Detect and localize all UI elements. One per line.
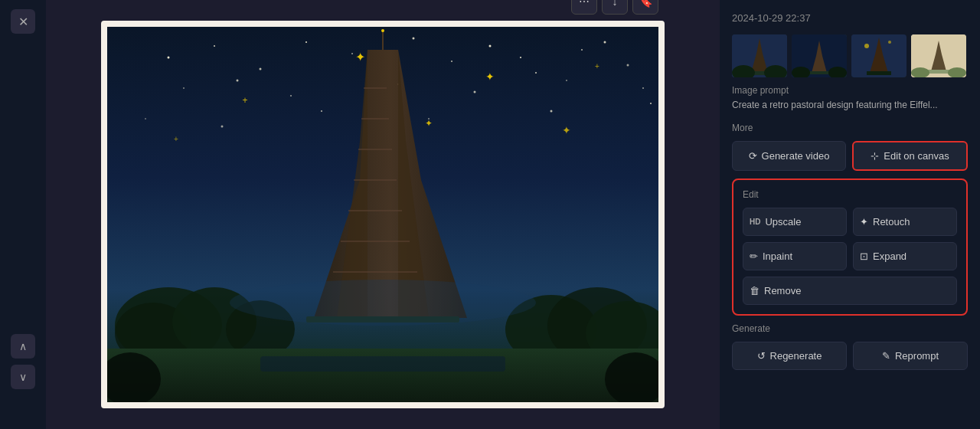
regenerate-label: Regenerate <box>770 350 822 362</box>
thumbnail-1[interactable] <box>732 34 787 77</box>
retouch-icon: ✦ <box>860 216 868 228</box>
right-sidebar: 2024-10-29 22:37 <box>720 0 980 429</box>
thumbnail-3[interactable] <box>851 34 906 77</box>
download-button[interactable]: ↓ <box>602 0 628 15</box>
svg-point-14 <box>290 95 292 97</box>
main-image: ✦ + ✦ + ✦ + ✦ <box>107 27 658 402</box>
image-toolbar: ⋯ ↓ 🔖 <box>571 0 658 15</box>
svg-point-18 <box>566 80 567 81</box>
svg-point-13 <box>237 80 239 82</box>
generate-video-label: Generate video <box>762 150 830 162</box>
svg-text:✦: ✦ <box>485 70 495 83</box>
svg-point-26 <box>650 103 652 104</box>
inpaint-icon: ✏ <box>750 251 758 262</box>
svg-point-72 <box>864 44 869 48</box>
svg-point-22 <box>221 126 224 128</box>
svg-point-4 <box>305 41 307 43</box>
bookmark-icon: 🔖 <box>639 0 652 8</box>
eiffel-tower-scene: ✦ + ✦ + ✦ + ✦ <box>107 27 658 402</box>
svg-point-1 <box>168 57 170 59</box>
remove-icon: 🗑 <box>750 285 760 296</box>
svg-point-16 <box>474 91 476 93</box>
retouch-button[interactable]: ✦ Retouch <box>853 208 957 236</box>
svg-rect-56 <box>260 356 505 372</box>
svg-point-9 <box>535 72 537 74</box>
svg-text:+: + <box>242 95 247 106</box>
svg-point-19 <box>604 41 606 44</box>
svg-point-23 <box>321 110 322 112</box>
svg-text:+: + <box>595 62 599 70</box>
bookmark-button[interactable]: 🔖 <box>632 0 658 15</box>
navigation-arrows: ∧ ∨ <box>11 334 35 389</box>
reprompt-icon: ✎ <box>882 350 890 362</box>
svg-point-5 <box>351 53 353 54</box>
svg-point-12 <box>183 87 185 89</box>
image-prompt-text: Create a retro pastoral design featuring… <box>732 99 968 112</box>
svg-rect-76 <box>928 70 949 74</box>
edit-on-canvas-button[interactable]: ⊹ Edit on canvas <box>852 141 968 171</box>
edit-on-canvas-label: Edit on canvas <box>884 150 949 162</box>
generate-buttons-row: ↺ Regenerate ✎ Reprompt <box>732 342 968 370</box>
svg-text:✦: ✦ <box>355 51 365 64</box>
generate-section-label: Generate <box>732 323 968 334</box>
next-button[interactable]: ∨ <box>11 365 35 389</box>
svg-point-2 <box>214 45 215 47</box>
remove-button[interactable]: 🗑 Remove <box>743 277 957 305</box>
svg-point-10 <box>581 49 583 51</box>
image-prompt-label: Image prompt <box>732 85 968 96</box>
reprompt-button[interactable]: ✎ Reprompt <box>853 342 968 370</box>
svg-point-20 <box>642 87 644 89</box>
inpaint-button[interactable]: ✏ Inpaint <box>743 242 847 270</box>
left-panel: ✕ ∧ ∨ <box>0 0 46 429</box>
more-icon: ⋯ <box>579 0 590 8</box>
edit-buttons-grid: HD Upscale ✦ Retouch ✏ Inpaint ⊡ Expand … <box>743 208 957 305</box>
expand-icon: ⊡ <box>860 251 868 262</box>
download-icon: ↓ <box>612 0 618 8</box>
image-area: ⋯ ↓ 🔖 <box>46 0 720 429</box>
svg-text:+: + <box>174 135 178 143</box>
svg-point-6 <box>413 38 415 40</box>
generate-video-icon: ⟳ <box>749 150 757 162</box>
svg-rect-71 <box>867 71 891 75</box>
thumbnail-4[interactable] <box>911 34 966 77</box>
more-section-label: More <box>732 123 968 133</box>
more-options-button[interactable]: ⋯ <box>571 0 597 15</box>
svg-text:✦: ✦ <box>425 118 433 129</box>
prev-button[interactable]: ∧ <box>11 334 35 359</box>
svg-point-45 <box>381 29 384 32</box>
inpaint-label: Inpaint <box>763 251 792 262</box>
svg-point-17 <box>520 57 521 58</box>
svg-point-3 <box>260 68 262 70</box>
thumbnail-2[interactable] <box>792 34 847 77</box>
generate-video-button[interactable]: ⟳ Generate video <box>732 141 846 171</box>
svg-point-11 <box>627 64 629 67</box>
retouch-label: Retouch <box>873 216 910 228</box>
upscale-button[interactable]: HD Upscale <box>743 208 847 236</box>
svg-point-21 <box>145 118 146 120</box>
more-buttons-row: ⟳ Generate video ⊹ Edit on canvas <box>732 141 968 171</box>
upscale-label: Upscale <box>765 216 801 228</box>
edit-section: Edit HD Upscale ✦ Retouch ✏ Inpaint ⊡ Ex… <box>732 178 968 316</box>
close-button[interactable]: ✕ <box>11 9 35 34</box>
svg-point-7 <box>451 61 452 62</box>
timestamp: 2024-10-29 22:37 <box>732 12 968 24</box>
regenerate-icon: ↺ <box>757 350 766 362</box>
edit-label: Edit <box>743 189 957 200</box>
expand-label: Expand <box>873 251 906 262</box>
thumbnail-row <box>732 34 968 77</box>
image-container: ⋯ ↓ 🔖 <box>101 21 665 408</box>
svg-point-55 <box>230 280 536 326</box>
upscale-icon: HD <box>750 218 760 226</box>
svg-point-73 <box>888 41 891 44</box>
svg-point-8 <box>489 45 492 47</box>
regenerate-button[interactable]: ↺ Regenerate <box>732 342 847 370</box>
edit-canvas-icon: ⊹ <box>871 150 879 162</box>
remove-label: Remove <box>764 285 801 296</box>
svg-point-25 <box>550 110 553 113</box>
svg-text:✦: ✦ <box>562 124 571 136</box>
svg-rect-66 <box>808 71 830 74</box>
expand-button[interactable]: ⊡ Expand <box>853 242 957 270</box>
reprompt-label: Reprompt <box>895 350 939 362</box>
